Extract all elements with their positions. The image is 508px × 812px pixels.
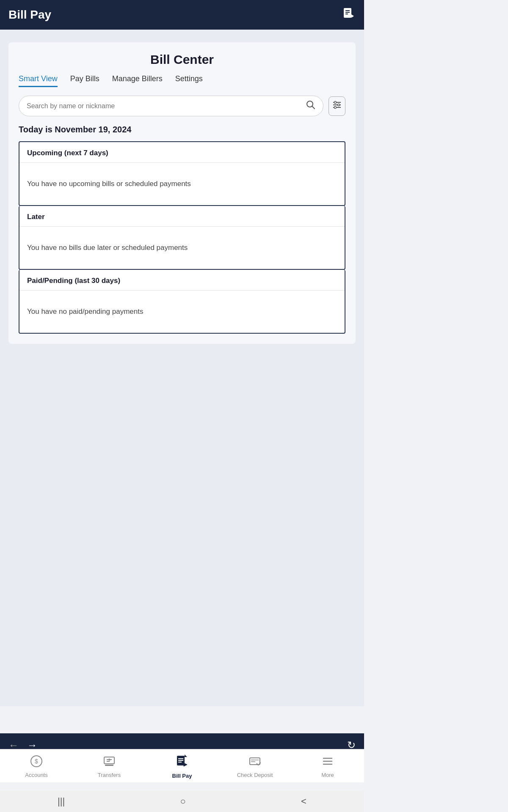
- more-icon: [322, 755, 334, 770]
- search-wrapper: [19, 96, 323, 116]
- svg-rect-3: [345, 14, 348, 14]
- nav-check-deposit[interactable]: Check Deposit: [218, 755, 291, 778]
- later-section: Later You have no bills due later or sch…: [19, 206, 345, 270]
- top-header: Bill Pay: [0, 0, 364, 30]
- today-date: Today is November 19, 2024: [19, 125, 345, 134]
- nav-more[interactable]: More: [291, 755, 364, 778]
- check-deposit-label: Check Deposit: [237, 772, 273, 778]
- search-input[interactable]: [27, 102, 306, 110]
- more-label: More: [321, 772, 334, 778]
- later-section-header: Later: [19, 206, 345, 227]
- system-bar: ||| ○ <: [0, 791, 364, 812]
- later-section-body: You have no bills due later or scheduled…: [19, 227, 345, 269]
- main-content: Bill Center Smart View Pay Bills Manage …: [0, 30, 364, 706]
- nav-bill-pay[interactable]: Bill Pay: [146, 754, 218, 779]
- svg-rect-0: [344, 8, 351, 18]
- tab-manage-billers[interactable]: Manage Billers: [112, 74, 163, 87]
- system-back-button[interactable]: <: [301, 796, 306, 807]
- svg-rect-24: [178, 762, 182, 763]
- svg-point-12: [334, 106, 337, 108]
- tab-settings[interactable]: Settings: [175, 74, 203, 87]
- bill-center-title: Bill Center: [19, 52, 345, 67]
- check-deposit-icon: [249, 755, 261, 770]
- bill-center-card: Bill Center Smart View Pay Bills Manage …: [8, 42, 356, 344]
- paid-pending-section: Paid/Pending (last 30 days) You have no …: [19, 270, 345, 334]
- search-button[interactable]: [306, 100, 315, 112]
- filter-button[interactable]: [329, 96, 345, 116]
- app-title: Bill Pay: [8, 8, 51, 22]
- svg-text:$: $: [35, 758, 38, 765]
- accounts-icon: $: [30, 755, 42, 770]
- svg-rect-23: [178, 760, 183, 761]
- nav-accounts[interactable]: $ Accounts: [0, 755, 73, 778]
- svg-marker-21: [185, 754, 187, 757]
- upcoming-section-body: You have no upcoming bills or scheduled …: [19, 163, 345, 205]
- sections-container: Upcoming (next 7 days) You have no upcom…: [19, 141, 345, 334]
- svg-rect-1: [345, 10, 350, 11]
- paid-pending-section-header: Paid/Pending (last 30 days): [19, 270, 345, 291]
- tab-bar: Smart View Pay Bills Manage Billers Sett…: [19, 74, 345, 87]
- svg-marker-4: [351, 14, 354, 18]
- svg-point-10: [338, 104, 340, 106]
- transfers-label: Transfers: [98, 772, 121, 778]
- transfers-icon: $: [103, 755, 115, 770]
- nav-transfers[interactable]: $ Transfers: [73, 755, 146, 778]
- bill-pay-icon: [175, 754, 189, 771]
- svg-rect-16: [105, 765, 113, 766]
- system-menu-button[interactable]: |||: [58, 796, 65, 807]
- svg-text:$: $: [108, 758, 110, 762]
- svg-rect-2: [345, 12, 350, 13]
- paid-pending-section-body: You have no paid/pending payments: [19, 291, 345, 333]
- header-icon: [342, 7, 356, 23]
- svg-point-8: [334, 101, 337, 103]
- svg-line-6: [312, 107, 315, 109]
- accounts-label: Accounts: [25, 772, 47, 778]
- tab-smart-view[interactable]: Smart View: [19, 74, 58, 87]
- svg-rect-26: [250, 758, 260, 765]
- svg-marker-25: [184, 763, 187, 766]
- system-home-button[interactable]: ○: [180, 796, 185, 807]
- search-row: [19, 96, 345, 116]
- bottom-nav: $ Accounts $ Transfers: [0, 749, 364, 782]
- tab-pay-bills[interactable]: Pay Bills: [70, 74, 99, 87]
- bill-pay-label: Bill Pay: [172, 773, 192, 779]
- svg-rect-22: [178, 758, 183, 759]
- upcoming-section: Upcoming (next 7 days) You have no upcom…: [19, 141, 345, 206]
- upcoming-section-header: Upcoming (next 7 days): [19, 142, 345, 163]
